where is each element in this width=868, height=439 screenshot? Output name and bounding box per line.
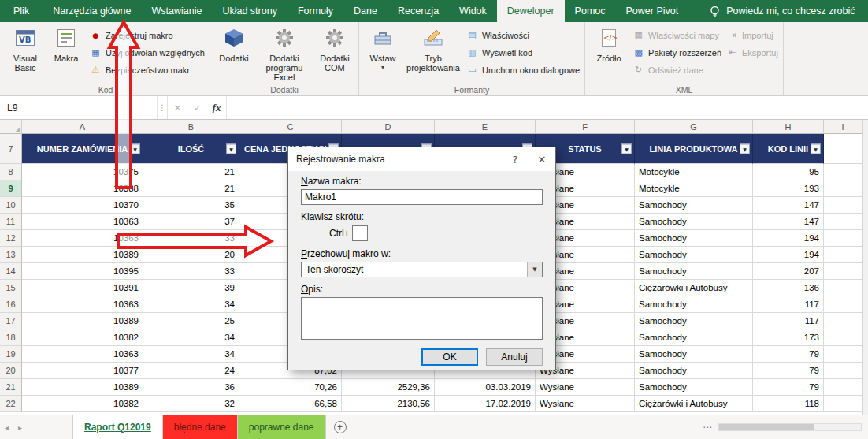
cell-A11[interactable]: 10363 — [22, 214, 143, 230]
horizontal-scrollbar-thumb[interactable] — [719, 424, 814, 430]
column-header-F[interactable]: F — [536, 120, 635, 134]
cell-G10[interactable]: Samochody — [635, 197, 753, 214]
filter-button[interactable]: ▼ — [811, 143, 821, 154]
cell-H11[interactable]: 147 — [753, 214, 824, 230]
com-addins-button[interactable]: Dodatki COM — [314, 24, 355, 73]
visual-basic-button[interactable]: VB Visual Basic — [5, 24, 46, 73]
cell-G18[interactable]: Samochody — [635, 329, 753, 346]
cell-H18[interactable]: 173 — [753, 329, 824, 346]
row-header-14[interactable]: 14 — [0, 263, 22, 280]
cell-G9[interactable]: Motocykle — [635, 180, 753, 197]
cell-G8[interactable]: Motocykle — [635, 164, 753, 180]
cell-H21[interactable]: 79 — [753, 379, 824, 396]
new-sheet-button[interactable]: + — [334, 415, 347, 439]
row-header-19[interactable]: 19 — [0, 346, 22, 363]
cell-I8[interactable] — [824, 164, 862, 180]
cell-H16[interactable]: 117 — [753, 296, 824, 313]
cell-I16[interactable] — [824, 296, 862, 313]
ribbon-tab-widok[interactable]: Widok — [449, 0, 497, 22]
cell-I10[interactable] — [824, 197, 862, 214]
shortcut-key-input[interactable] — [352, 225, 368, 241]
cell-I14[interactable] — [824, 263, 862, 280]
cell-D22[interactable]: 2130,56 — [342, 396, 435, 412]
filter-button[interactable]: ▼ — [740, 143, 750, 154]
cell-I19[interactable] — [824, 346, 862, 363]
addins-button[interactable]: Dodatki — [213, 24, 254, 63]
dialog-help-button[interactable]: ? — [502, 147, 529, 171]
cell-A16[interactable]: 10363 — [22, 296, 143, 313]
cell-B12[interactable]: 33 — [143, 230, 239, 247]
cell-H13[interactable]: 194 — [753, 247, 824, 263]
table-header-numer-zamówienia[interactable]: NUMER ZAMÓWIENIA▼ — [22, 134, 143, 164]
cell-A21[interactable]: 10389 — [22, 379, 143, 396]
macro-security-button[interactable]: ⚠ Bezpieczeństwo makr — [90, 63, 205, 76]
row-header-11[interactable]: 11 — [0, 214, 22, 230]
cell-A8[interactable]: 10375 — [22, 164, 143, 180]
cell-A19[interactable]: 10363 — [22, 346, 143, 363]
cell-B13[interactable]: 20 — [143, 247, 239, 263]
cell-D21[interactable]: 2529,36 — [342, 379, 435, 396]
macro-description-textarea[interactable] — [301, 297, 543, 340]
dialog-title-bar[interactable]: Rejestrowanie makra ? ✕ — [288, 147, 555, 171]
table-header-ilość[interactable]: ILOŚĆ▼ — [143, 134, 239, 164]
cell-F22[interactable]: Wysłane — [536, 396, 635, 412]
cell-I7[interactable] — [824, 134, 862, 164]
sheet-tab-raport-q12019[interactable]: Raport Q12019 — [72, 415, 163, 439]
cell-G15[interactable]: Ciężarówki i Autobusy — [635, 280, 753, 296]
cell-A9[interactable]: 10388 — [22, 180, 143, 197]
row-header-8[interactable]: 8 — [0, 164, 22, 180]
cell-I21[interactable] — [824, 379, 862, 396]
insert-controls-button[interactable]: Wstaw ▾ — [362, 24, 403, 70]
sheet-tab-poprawne-dane[interactable]: poprawne dane — [238, 415, 326, 439]
row-header-16[interactable]: 16 — [0, 296, 22, 313]
cell-G11[interactable]: Samochody — [635, 214, 753, 230]
filter-button[interactable]: ▼ — [226, 143, 236, 154]
column-header-H[interactable]: H — [753, 120, 824, 134]
cell-G13[interactable]: Samochody — [635, 247, 753, 263]
relative-references-button[interactable]: ▦ Użyj odwołań względnych — [90, 46, 205, 59]
cell-A13[interactable]: 10389 — [22, 247, 143, 263]
column-header-B[interactable]: B — [143, 120, 239, 134]
cell-G19[interactable]: Samochody — [635, 346, 753, 363]
macro-name-input[interactable] — [301, 189, 543, 205]
enter-formula-button[interactable]: ✓ — [187, 96, 207, 119]
dialog-close-button[interactable]: ✕ — [529, 147, 555, 171]
cell-I11[interactable] — [824, 214, 862, 230]
cell-H15[interactable]: 136 — [753, 280, 824, 296]
cell-A10[interactable]: 10370 — [22, 197, 143, 214]
cell-B16[interactable]: 34 — [143, 296, 239, 313]
cell-H9[interactable]: 193 — [753, 180, 824, 197]
store-macro-combobox[interactable]: Ten skoroszyt ▼ — [301, 262, 543, 277]
column-header-D[interactable]: D — [342, 120, 435, 134]
cell-B18[interactable]: 34 — [143, 329, 239, 346]
row-header-10[interactable]: 10 — [0, 197, 22, 214]
row-header-7[interactable]: 7 — [0, 134, 22, 164]
row-header-17[interactable]: 17 — [0, 313, 22, 329]
cell-G12[interactable]: Samochody — [635, 230, 753, 247]
cell-B11[interactable]: 37 — [143, 214, 239, 230]
cell-I17[interactable] — [824, 313, 862, 329]
ribbon-tab-formuły[interactable]: Formuły — [287, 0, 343, 22]
ribbon-tab-dane[interactable]: Dane — [343, 0, 388, 22]
cell-F21[interactable]: Wysłane — [536, 379, 635, 396]
cell-G16[interactable]: Samochody — [635, 296, 753, 313]
properties-button[interactable]: ▤ Właściwości — [466, 28, 580, 42]
refresh-data-button[interactable]: ↻ Odśwież dane — [632, 63, 721, 76]
ribbon-tab-deweloper[interactable]: Deweloper — [497, 0, 565, 22]
cell-A22[interactable]: 10382 — [22, 396, 143, 412]
cell-A14[interactable]: 10395 — [22, 263, 143, 280]
export-button[interactable]: ⇤ Eksportuj — [726, 46, 778, 59]
sheet-tab-błędne-dane[interactable]: błędne dane — [163, 415, 238, 439]
formula-input[interactable] — [227, 96, 868, 119]
cell-B20[interactable]: 24 — [143, 363, 239, 379]
row-header-12[interactable]: 12 — [0, 230, 22, 247]
row-header-15[interactable]: 15 — [0, 280, 22, 296]
row-header-22[interactable]: 22 — [0, 396, 22, 412]
cell-H22[interactable]: 118 — [753, 396, 824, 412]
cell-B21[interactable]: 36 — [143, 379, 239, 396]
cell-H10[interactable]: 147 — [753, 197, 824, 214]
excel-addins-button[interactable]: Dodatki programu Excel — [254, 24, 314, 82]
table-header-kod-linii[interactable]: KOD LINII▼ — [753, 134, 824, 164]
view-code-button[interactable]: ▥ Wyświetl kod — [466, 46, 580, 59]
cell-B14[interactable]: 33 — [143, 263, 239, 280]
